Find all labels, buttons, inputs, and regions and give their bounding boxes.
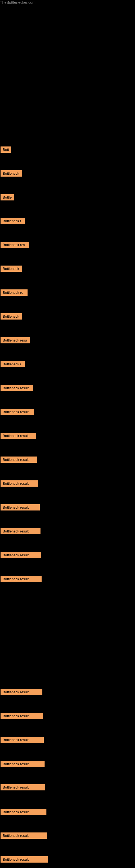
bottleneck-item[interactable]: Bottleneck result (1, 784, 45, 790)
bottleneck-item[interactable]: Bottleneck result (1, 457, 37, 463)
bottleneck-item[interactable]: Bottleneck result (1, 433, 36, 439)
bottleneck-item[interactable]: Bottleneck (1, 313, 22, 319)
site-title-container: TheBottlenecker.com (0, 0, 135, 5)
bottleneck-item[interactable]: Bottleneck result (1, 737, 44, 743)
bottleneck-item[interactable]: Bottleneck result (1, 856, 48, 863)
bottleneck-item[interactable]: Bottleneck result (1, 385, 33, 391)
bottleneck-item[interactable]: Bottleneck result (1, 504, 40, 510)
bottleneck-item[interactable]: Bottleneck resu (1, 337, 30, 343)
bottleneck-item[interactable]: Bottleneck re (1, 289, 28, 296)
bottleneck-item[interactable]: Bott (1, 147, 11, 153)
bottleneck-item[interactable]: Bottleneck r (1, 218, 25, 224)
bottleneck-item[interactable]: Bottleneck r (1, 361, 25, 367)
bottleneck-item[interactable]: Bottleneck result (1, 528, 41, 534)
bottleneck-item[interactable]: Bottleneck result (1, 689, 42, 695)
bottleneck-item[interactable]: Bottleneck result (1, 761, 45, 767)
bottleneck-item[interactable]: Bottleneck res (1, 242, 29, 248)
bottleneck-item[interactable]: Bottleneck result (1, 480, 38, 487)
bottleneck-item[interactable]: Bottleneck result (1, 713, 43, 719)
bottleneck-item[interactable]: Bottleneck result (1, 409, 34, 415)
bottleneck-item[interactable]: Bottleneck (1, 266, 22, 272)
bottleneck-item[interactable]: Bottleneck result (1, 809, 46, 815)
bottleneck-item[interactable]: Bottleneck result (1, 576, 42, 582)
bottleneck-item[interactable]: Bottleneck (1, 170, 22, 177)
bottleneck-item[interactable]: Bottle (1, 194, 14, 200)
bottleneck-item[interactable]: Bottleneck result (1, 552, 41, 558)
bottleneck-item[interactable]: Bottleneck result (1, 833, 47, 839)
